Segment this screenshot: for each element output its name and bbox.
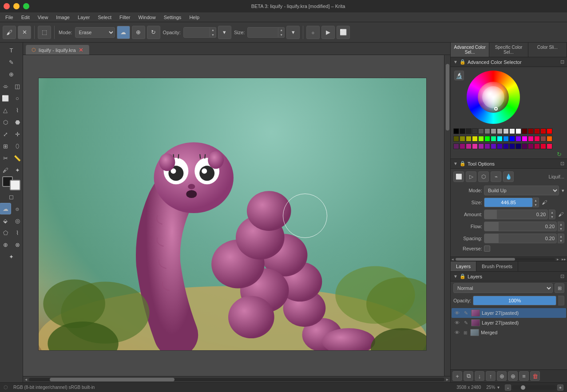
- swatch-13[interactable]: [540, 128, 546, 134]
- size-down-button[interactable]: ▼: [278, 32, 284, 37]
- size-option-box[interactable]: 446.85: [484, 198, 533, 207]
- liquify-option-4[interactable]: ⌁: [491, 171, 501, 182]
- polygon-tool-button[interactable]: ⬠: [0, 227, 11, 238]
- swatch-27[interactable]: [515, 136, 521, 142]
- fill-button[interactable]: ⊕: [132, 26, 145, 39]
- menu-item-settings[interactable]: Settings: [160, 14, 185, 21]
- swatch-50[interactable]: [515, 143, 521, 149]
- similar-select-button[interactable]: ⬣: [12, 116, 23, 128]
- delete-layer-button[interactable]: 🗑: [530, 371, 540, 381]
- zoom-minus-button[interactable]: -: [505, 384, 511, 391]
- menu-item-filter[interactable]: Filter: [116, 14, 134, 21]
- eraser-tool-button[interactable]: ◻: [6, 191, 17, 202]
- tool-mode-select[interactable]: Build Up: [484, 186, 559, 195]
- menu-item-image[interactable]: Image: [52, 14, 73, 21]
- spacing-slider[interactable]: 0.20: [484, 234, 557, 243]
- h-scroll-left-button[interactable]: ◂: [25, 377, 27, 382]
- measure-tool-button[interactable]: 📏: [12, 152, 23, 164]
- swatch-40[interactable]: [453, 143, 459, 149]
- zoom-pan-button[interactable]: ⊕: [0, 239, 11, 250]
- swatch-45[interactable]: [484, 143, 490, 149]
- swatch-6[interactable]: [491, 128, 496, 134]
- fill-tool-button[interactable]: ⌯: [0, 80, 11, 92]
- refresh-button[interactable]: ↻: [147, 26, 160, 39]
- color-selector-collapse[interactable]: ▼: [453, 59, 458, 64]
- tool-options-expand-button[interactable]: ⊡: [560, 161, 564, 166]
- swatch-24[interactable]: [478, 136, 484, 142]
- tool-options-scroll-thumb[interactable]: [456, 258, 515, 261]
- layer-visibility-icon-2[interactable]: 👁: [453, 329, 460, 336]
- zoom-slider[interactable]: [512, 385, 556, 390]
- swatch-52[interactable]: [528, 143, 534, 149]
- flow-up[interactable]: ▲: [558, 222, 564, 226]
- amount-paint-icon[interactable]: 🖌: [557, 211, 564, 218]
- move-tool-button[interactable]: ✛: [12, 128, 23, 140]
- export-button[interactable]: ⬜: [337, 26, 350, 39]
- tab-close-button[interactable]: ✕: [79, 47, 83, 53]
- horizontal-scrollbar[interactable]: ◂ ▸: [23, 376, 450, 382]
- swatch-21[interactable]: [460, 136, 465, 142]
- background-swatch[interactable]: [10, 180, 20, 190]
- swatch-29[interactable]: [534, 136, 540, 142]
- layer-properties-button[interactable]: ≡: [519, 371, 529, 381]
- swatch-2[interactable]: [466, 128, 472, 134]
- tab-specific-color-sel[interactable]: Specific Color Sel...: [489, 43, 528, 57]
- canvas-viewport[interactable]: [23, 55, 444, 376]
- layers-collapse[interactable]: ▼: [453, 274, 458, 279]
- blend-mode-select[interactable]: Normal: [453, 283, 553, 293]
- opacity-input-layers[interactable]: 100%: [473, 296, 556, 305]
- swatch-magenta[interactable]: [522, 136, 527, 142]
- opacity-expand-button[interactable]: ▾: [218, 26, 231, 39]
- perspective-button[interactable]: ⬯: [12, 140, 23, 152]
- tab-brush-presets[interactable]: Brush Presets: [476, 261, 518, 271]
- freehand-select-button[interactable]: ⌇: [12, 104, 23, 116]
- opacity-spin-layers[interactable]: [558, 296, 564, 305]
- spacing-up[interactable]: ▲: [558, 234, 564, 238]
- mode-select[interactable]: Erase: [75, 27, 115, 38]
- canvas-drawing[interactable]: [38, 78, 427, 351]
- swatch-red[interactable]: [547, 128, 552, 134]
- move-layer-up-button[interactable]: ↑: [486, 371, 496, 381]
- record-button[interactable]: ▶: [321, 26, 335, 39]
- move-layer-down-button[interactable]: ↓: [475, 371, 484, 381]
- swatch-28[interactable]: [528, 136, 534, 142]
- swatch-54[interactable]: [540, 143, 546, 149]
- layer-grid-view-button[interactable]: ⊞: [555, 283, 564, 293]
- swatch-1[interactable]: [460, 128, 465, 134]
- tool-options-scroll-left[interactable]: ◂: [452, 257, 454, 261]
- opacity-input[interactable]: 1.00: [183, 27, 210, 38]
- swatch-55[interactable]: [547, 143, 552, 149]
- duplicate-layer-button[interactable]: ⧉: [464, 371, 473, 381]
- ellipse-select-button[interactable]: ○: [12, 92, 23, 104]
- freehand-paint-button[interactable]: ✎: [6, 56, 17, 68]
- swatch-49[interactable]: [509, 143, 515, 149]
- selection-tool-button[interactable]: ⬚: [38, 26, 51, 39]
- freehand-mag-button[interactable]: ⊗: [12, 239, 23, 250]
- swatch-20[interactable]: [453, 136, 459, 142]
- menu-item-window[interactable]: Window: [135, 14, 159, 21]
- rect-select-button[interactable]: ⬜: [0, 92, 11, 104]
- polygonal-select-button[interactable]: △: [0, 104, 11, 116]
- swatch-orange[interactable]: [547, 136, 552, 142]
- vertical-scrollbar[interactable]: [444, 55, 450, 376]
- tab-color-slider[interactable]: Color Sli...: [528, 43, 567, 57]
- size-expand-button[interactable]: ▾: [286, 26, 300, 39]
- sample-color-button[interactable]: ✦: [12, 164, 23, 176]
- tool-options-scroll-right[interactable]: ▸: [557, 257, 559, 261]
- window-minimize-button[interactable]: [13, 3, 20, 9]
- swatch-11[interactable]: [528, 128, 534, 134]
- swatch-10[interactable]: [522, 128, 527, 134]
- menu-item-file[interactable]: File: [2, 14, 17, 21]
- size-option-down[interactable]: ▼: [533, 202, 539, 207]
- opacity-up-button[interactable]: ▲: [210, 28, 216, 32]
- tool-options-expand-right[interactable]: ▸▸: [562, 257, 566, 261]
- tab-layers[interactable]: Layers: [451, 261, 476, 271]
- liquify-option-2[interactable]: ▷: [466, 171, 476, 182]
- h-scroll-right-button[interactable]: ▸: [446, 377, 448, 382]
- menu-item-help[interactable]: Help: [186, 14, 203, 21]
- swatch-white[interactable]: [515, 128, 521, 134]
- gradient-tool-button[interactable]: ◫: [12, 80, 23, 92]
- eyedropper-button[interactable]: 🔬: [454, 71, 464, 80]
- menu-item-edit[interactable]: Edit: [18, 14, 33, 21]
- color-picker-button[interactable]: 🖋: [0, 164, 11, 176]
